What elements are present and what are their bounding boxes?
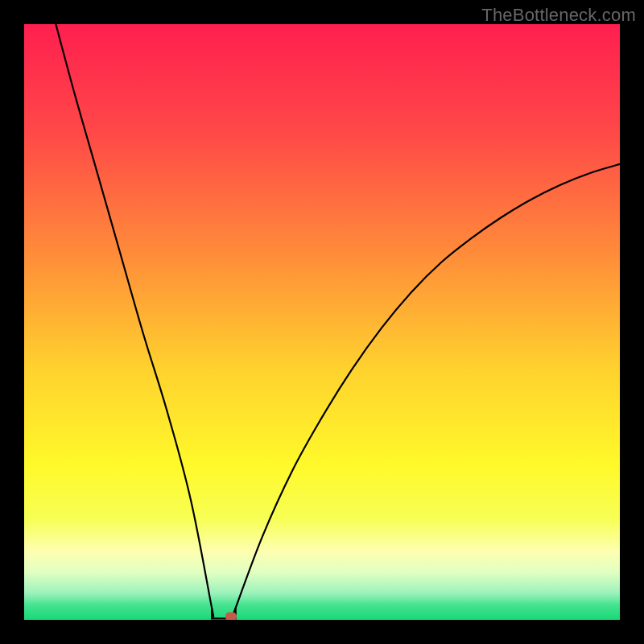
watermark-text: TheBottleneck.com (481, 5, 636, 26)
bottleneck-curve (24, 24, 620, 620)
plot-area (24, 24, 620, 620)
optimum-marker-icon (225, 612, 237, 620)
chart-frame: TheBottleneck.com (0, 0, 644, 644)
